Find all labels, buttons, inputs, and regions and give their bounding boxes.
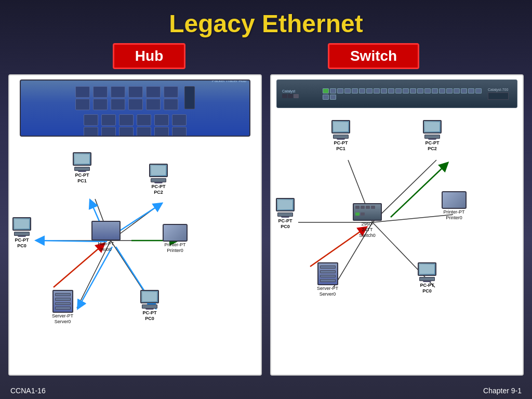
hub-device-image: Packet Tracer Hub (20, 79, 250, 137)
switch-label: Switch (328, 43, 419, 69)
switch-device-image: Catalyst (276, 79, 517, 108)
page-title: Legacy Ethernet (0, 0, 532, 43)
content-row: Packet Tracer Hub (0, 74, 532, 376)
footer-left-text: CCNA1-16 (10, 387, 46, 395)
labels-row: Hub Switch (0, 43, 532, 69)
footer: CCNA1-16 Chapter 9-1 (10, 387, 522, 395)
hub-label: Hub (113, 43, 185, 69)
switch-panel: Catalyst (270, 74, 524, 376)
hub-panel: Packet Tracer Hub (8, 74, 262, 376)
footer-right-text: Chapter 9-1 (483, 387, 522, 395)
